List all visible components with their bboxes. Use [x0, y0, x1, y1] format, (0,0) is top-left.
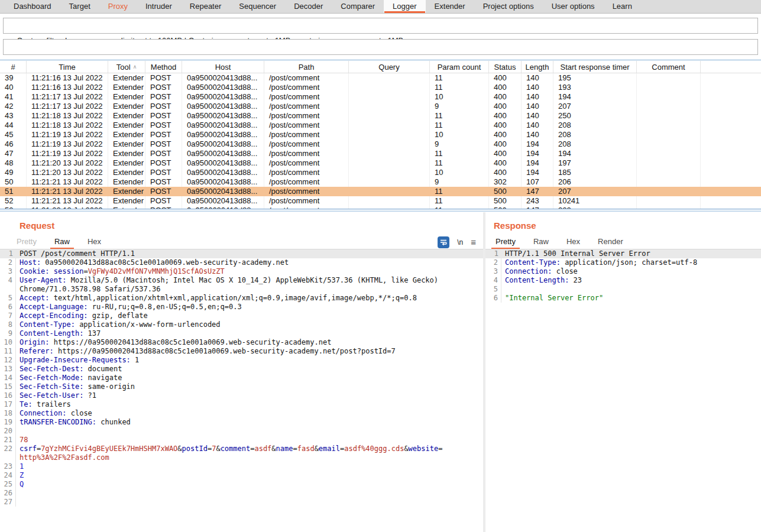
line-content: Content-Length: 137 — [16, 329, 483, 338]
table-cell — [349, 111, 430, 121]
response-tab-render[interactable]: Render — [594, 235, 627, 249]
table-row-45[interactable]: 4511:21:19 13 Jul 2022ExtenderPOST0a9500… — [0, 130, 761, 140]
line-content: http%3A%2F%2Fasdf.com — [16, 453, 483, 462]
view-filter-bar[interactable]: View filter: Showing all items — [3, 39, 758, 55]
editor-line: 9Content-Length: 137 — [0, 329, 483, 338]
line-number: 10 — [0, 338, 16, 347]
editor-line: 6Accept-Language: ru-RU,ru;q=0.8,en-US;q… — [0, 303, 483, 312]
editor-menu-icon[interactable]: ≡ — [471, 237, 476, 247]
table-row-48[interactable]: 4811:21:20 13 Jul 2022ExtenderPOST0a9500… — [0, 158, 761, 168]
table-cell: 208 — [553, 121, 637, 130]
request-editor[interactable]: 1POST /post/comment HTTP/1.12Host: 0a950… — [0, 249, 483, 532]
menu-tab-proxy[interactable]: Proxy — [99, 0, 137, 13]
editor-line: 16Sec-Fetch-User: ?1 — [0, 391, 483, 400]
line-content: Content-Type: application/json; charset=… — [501, 258, 761, 267]
capture-filter-bar[interactable]: Capture filter: Logger memory limit set … — [3, 18, 758, 34]
editor-line: Chrome/71.0.3578.98 Safari/537.36 — [0, 285, 483, 294]
table-cell: 0a9500020413d88... — [182, 187, 264, 196]
table-row-39[interactable]: 3911:21:16 13 Jul 2022ExtenderPOST0a9500… — [0, 73, 761, 83]
response-tab-pretty[interactable]: Pretty — [491, 235, 520, 249]
response-tab-raw[interactable]: Raw — [529, 235, 553, 249]
column-header-tool[interactable]: Tool∧ — [108, 61, 145, 73]
column-header-comment[interactable]: Comment — [637, 61, 701, 73]
table-row-47[interactable]: 4711:21:19 13 Jul 2022ExtenderPOST0a9500… — [0, 149, 761, 158]
table-cell-filler — [701, 187, 761, 196]
table-row-44[interactable]: 4411:21:18 13 Jul 2022ExtenderPOST0a9500… — [0, 121, 761, 130]
column-header-host[interactable]: Host — [182, 61, 264, 73]
table-cell: 43 — [0, 111, 27, 121]
table-row-50[interactable]: 5011:21:21 13 Jul 2022ExtenderPOST0a9500… — [0, 177, 761, 187]
table-cell: 0a9500020413d88... — [182, 158, 264, 168]
table-cell: 140 — [522, 121, 553, 130]
request-tab-hex[interactable]: Hex — [83, 235, 105, 249]
table-cell-filler — [701, 73, 761, 83]
column-header-path[interactable]: Path — [264, 61, 349, 73]
line-content: Sec-Fetch-Site: same-origin — [16, 382, 483, 391]
line-number: 19 — [0, 418, 16, 427]
menu-tab-user-options[interactable]: User options — [543, 0, 604, 13]
menu-tab-logger[interactable]: Logger — [384, 0, 425, 13]
response-tab-hex[interactable]: Hex — [562, 235, 584, 249]
table-row-40[interactable]: 4011:21:16 13 Jul 2022ExtenderPOST0a9500… — [0, 83, 761, 92]
horizontal-split-divider[interactable] — [0, 209, 761, 212]
table-cell: 50 — [0, 177, 27, 187]
table-cell: 194 — [522, 158, 553, 168]
wrap-lines-icon[interactable] — [438, 236, 449, 248]
table-cell-filler — [701, 130, 761, 140]
column-header-length[interactable]: Length — [522, 61, 553, 73]
menu-tab-project-options[interactable]: Project options — [474, 0, 543, 13]
menu-tab-intruder[interactable]: Intruder — [137, 0, 181, 13]
table-cell: 44 — [0, 121, 27, 130]
table-cell: 11 — [430, 121, 489, 130]
table-cell-filler — [701, 158, 761, 168]
line-content: Referer: https://0a9500020413d88ac08c5c1… — [16, 347, 483, 356]
request-panel: Request PrettyRawHex \n ≡ 1POST /post/co… — [0, 212, 483, 532]
table-row-42[interactable]: 4211:21:17 13 Jul 2022ExtenderPOST0a9500… — [0, 102, 761, 111]
table-row-41[interactable]: 4111:21:17 13 Jul 2022ExtenderPOST0a9500… — [0, 92, 761, 102]
column-header-param-count[interactable]: Param count — [430, 61, 489, 73]
editor-line: 3Connection: close — [485, 267, 761, 276]
table-row-51[interactable]: 5111:21:21 13 Jul 2022ExtenderPOST0a9500… — [0, 187, 761, 196]
line-number: 27 — [0, 498, 16, 507]
line-content: Accept: text/html,application/xhtml+xml,… — [16, 294, 483, 303]
menu-tab-comparer[interactable]: Comparer — [332, 0, 384, 13]
table-row-43[interactable]: 4311:21:18 13 Jul 2022ExtenderPOST0a9500… — [0, 111, 761, 121]
table-cell: 48 — [0, 158, 27, 168]
request-tab-raw[interactable]: Raw — [50, 235, 74, 249]
column-header-status[interactable]: Status — [489, 61, 522, 73]
table-cell: POST — [145, 168, 182, 177]
nonprintable-chars-icon[interactable]: \n — [457, 238, 463, 246]
table-cell: 140 — [522, 130, 553, 140]
column-header-time[interactable]: Time — [27, 61, 108, 73]
line-content: tRANSFER-ENCODING: chunked — [16, 418, 483, 427]
column-header-method[interactable]: Method — [145, 61, 182, 73]
request-tab-pretty[interactable]: Pretty — [12, 235, 41, 249]
table-row-52[interactable]: 5211:21:21 13 Jul 2022ExtenderPOST0a9500… — [0, 196, 761, 206]
menu-tab-learn[interactable]: Learn — [604, 0, 641, 13]
column-header-query[interactable]: Query — [349, 61, 430, 73]
menu-tab-decoder[interactable]: Decoder — [285, 0, 332, 13]
table-cell: POST — [145, 111, 182, 121]
table-cell: 0a9500020413d88... — [182, 149, 264, 158]
menu-tab-extender[interactable]: Extender — [426, 0, 474, 13]
line-number: 6 — [0, 303, 16, 312]
table-cell — [349, 187, 430, 196]
response-editor[interactable]: 1HTTP/1.1 500 Internal Server Error2Cont… — [485, 249, 761, 532]
table-cell: 11:21:18 13 Jul 2022 — [27, 111, 108, 121]
column-header--[interactable]: # — [0, 61, 27, 73]
menu-tab-target[interactable]: Target — [60, 0, 99, 13]
table-cell — [349, 121, 430, 130]
table-cell: 185 — [553, 168, 637, 177]
response-panel: Response PrettyRawHexRender 1HTTP/1.1 50… — [485, 212, 761, 532]
menu-tab-sequencer[interactable]: Sequencer — [230, 0, 285, 13]
column-header-start-response-timer[interactable]: Start response timer — [553, 61, 637, 73]
line-content: Sec-Fetch-Mode: navigate — [16, 374, 483, 382]
table-cell-filler — [701, 102, 761, 111]
editor-line: 4User-Agent: Mozilla/5.0 (Macintosh; Int… — [0, 276, 483, 285]
table-row-49[interactable]: 4911:21:20 13 Jul 2022ExtenderPOST0a9500… — [0, 168, 761, 177]
table-row-46[interactable]: 4611:21:19 13 Jul 2022ExtenderPOST0a9500… — [0, 140, 761, 149]
table-cell: /post/comment — [264, 158, 349, 168]
table-cell: 11:21:17 13 Jul 2022 — [27, 92, 108, 102]
menu-tab-dashboard[interactable]: Dashboard — [5, 0, 60, 13]
menu-tab-repeater[interactable]: Repeater — [181, 0, 230, 13]
